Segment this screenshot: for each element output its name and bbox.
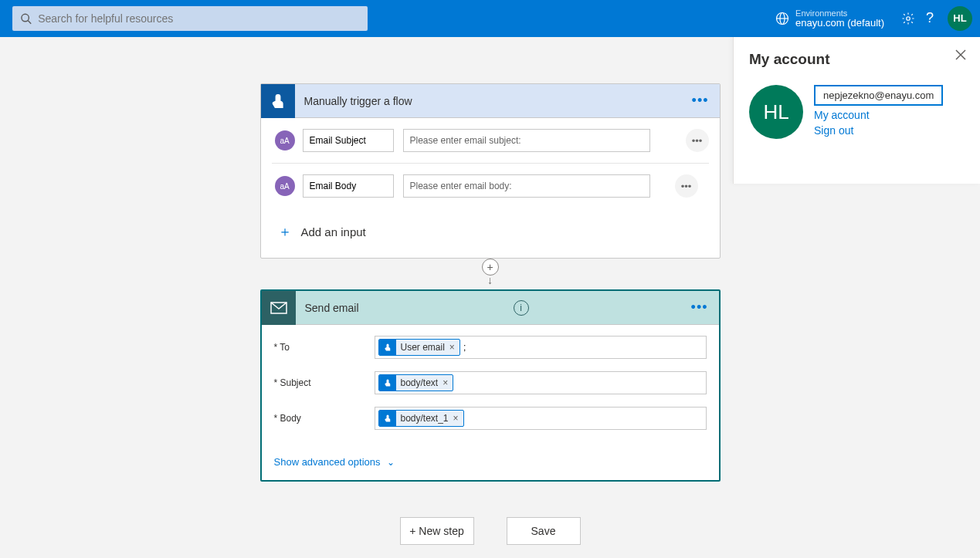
body-field[interactable]: body/text_1 × [375,407,707,430]
text-type-icon: aA [275,130,295,150]
token[interactable]: User email × [378,339,460,356]
input-more-button[interactable]: ••• [675,174,698,198]
trigger-card-header[interactable]: Manually trigger a flow ••• [261,84,720,118]
token-icon [379,339,396,356]
question-icon: ? [926,10,934,26]
close-icon [955,49,966,60]
search-box[interactable] [12,6,368,31]
token[interactable]: body/text × [378,374,454,391]
token-icon [379,410,396,427]
advanced-label: Show advanced options [274,456,381,468]
field-label: * To [274,336,375,353]
account-avatar[interactable]: HL [948,6,972,31]
action-icon [262,291,296,325]
gear-icon [901,12,915,25]
token-remove[interactable]: × [453,413,459,424]
help-button[interactable]: ? [926,10,934,26]
trigger-title: Manually trigger a flow [295,95,412,107]
info-button[interactable]: i [514,300,529,316]
account-email[interactable]: nepjezekno@enayu.com [814,85,943,106]
svg-point-5 [907,17,910,21]
svg-point-0 [22,14,29,21]
flyout-title: My account [749,51,965,68]
token-icon [379,374,396,391]
token[interactable]: body/text_1 × [378,410,464,427]
connector: + ↓ [482,259,499,289]
app-header: Environments enayu.com (default) ? HL [0,0,980,37]
input-more-button[interactable]: ••• [686,129,709,152]
new-step-button[interactable]: + New step [400,517,474,545]
settings-button[interactable] [901,12,915,25]
token-remove[interactable]: × [449,342,455,353]
trigger-icon [261,84,295,118]
environment-picker[interactable]: Environments enayu.com (default) [769,5,890,32]
account-avatar-large: HL [749,85,803,139]
token-label: body/text [401,377,439,388]
trigger-input-row: aA Email Subject Please enter email subj… [261,118,720,163]
globe-icon [775,12,789,25]
action-more-button[interactable]: ••• [691,299,708,316]
add-input-label: Add an input [301,225,366,238]
add-input-button[interactable]: ＋ Add an input [261,208,720,258]
account-flyout: My account HL nepjezekno@enayu.com My ac… [733,37,980,184]
trigger-card[interactable]: Manually trigger a flow ••• aA Email Sub… [260,83,721,259]
to-field[interactable]: User email × ; [375,336,707,359]
input-placeholder-field[interactable]: Please enter email subject: [403,129,650,152]
search-input[interactable] [38,12,360,25]
arrow-down-icon: ↓ [487,274,493,286]
search-icon [20,12,32,25]
environment-name: enayu.com (default) [795,18,884,29]
trailing-text: ; [463,342,466,353]
field-row-subject: * Subject body/text × [274,365,707,401]
field-label: * Subject [274,371,375,388]
svg-line-1 [28,21,31,24]
touch-icon [270,93,287,110]
action-card-header[interactable]: Send email i ••• [262,291,719,325]
show-advanced-options[interactable]: Show advanced options ⌄ [262,447,719,480]
token-remove[interactable]: × [443,377,448,388]
trigger-more-button[interactable]: ••• [692,93,709,109]
text-type-icon: aA [275,176,295,196]
sign-out-link[interactable]: Sign out [814,124,943,137]
field-row-body: * Body body/text_1 × [274,401,707,436]
action-card[interactable]: Send email i ••• * To User email × ; * S… [260,289,721,482]
action-title: Send email [296,302,359,314]
subject-field[interactable]: body/text × [375,371,707,394]
token-label: body/text_1 [401,413,449,424]
trigger-input-row: aA Email Body Please enter email body: •… [272,163,709,208]
input-placeholder-field[interactable]: Please enter email body: [403,174,650,198]
chevron-down-icon: ⌄ [387,457,395,468]
field-label: * Body [274,407,375,424]
input-label-field[interactable]: Email Subject [303,129,394,152]
close-button[interactable] [955,49,966,63]
insert-step-button[interactable]: + [482,259,499,276]
save-button[interactable]: Save [507,517,581,545]
plus-icon: ＋ [278,222,292,241]
input-label-field[interactable]: Email Body [303,174,394,198]
envelope-icon [270,302,287,314]
my-account-link[interactable]: My account [814,109,943,121]
token-label: User email [401,342,445,353]
field-row-to: * To User email × ; [274,330,707,365]
